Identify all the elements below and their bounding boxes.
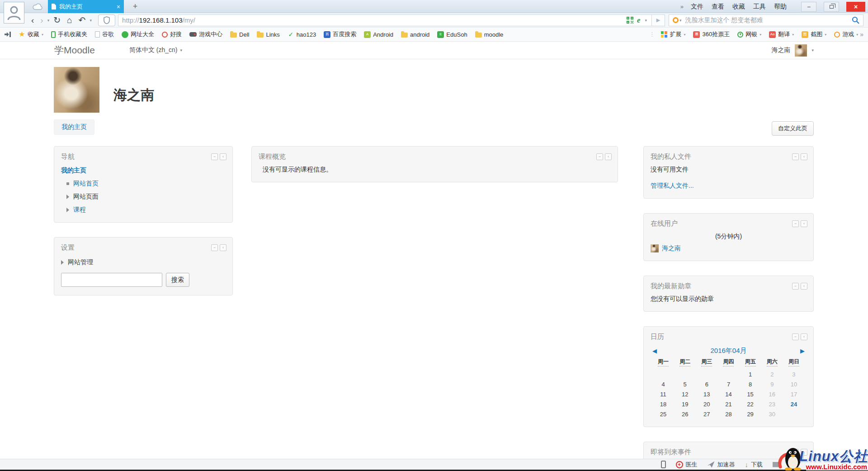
browser-search-box[interactable]: ▾ 洗脸水里加这个 想变老都难: [669, 14, 863, 26]
calendar-day[interactable]: 19: [674, 401, 696, 408]
tab-close-icon[interactable]: ×: [113, 3, 120, 10]
calendar-day[interactable]: 10: [783, 381, 805, 388]
calendar-day[interactable]: 25: [652, 411, 674, 418]
nav-item-label[interactable]: 网站页面: [73, 193, 99, 201]
site-logo[interactable]: 学Moodle: [54, 44, 95, 57]
bookmark-item[interactable]: 网址大全: [122, 30, 154, 38]
calendar-day[interactable]: 23: [761, 401, 783, 408]
calendar-day[interactable]: 17: [783, 391, 805, 398]
calendar-day[interactable]: 11: [652, 391, 674, 398]
menu-item[interactable]: 收藏: [732, 3, 745, 11]
admin-search-input[interactable]: [61, 273, 162, 287]
calendar-day[interactable]: 20: [696, 401, 717, 408]
menu-item[interactable]: 文件: [691, 3, 703, 11]
calendar-day[interactable]: 13: [696, 391, 717, 398]
compat-dropdown-icon[interactable]: ▾: [644, 18, 648, 23]
bookmark-item[interactable]: 百百度搜索: [324, 30, 356, 38]
calendar-day[interactable]: 12: [674, 391, 696, 398]
calendar-day[interactable]: 28: [717, 411, 739, 418]
site-admin-label[interactable]: 网站管理: [68, 258, 93, 266]
expand-icon[interactable]: [61, 260, 64, 265]
bookmark-item[interactable]: moodle: [475, 31, 504, 38]
bookmark-item[interactable]: 扩展▾: [661, 30, 685, 38]
restore-button[interactable]: [824, 2, 839, 12]
calendar-month-link[interactable]: 2016年04月: [666, 347, 791, 355]
compat-mode-icon[interactable]: e: [637, 16, 641, 25]
expand-icon[interactable]: [66, 208, 69, 212]
bookmark-item[interactable]: EEduSoh: [437, 31, 467, 38]
calendar-day[interactable]: 5: [674, 381, 696, 388]
nav-item[interactable]: 我的主页: [61, 167, 226, 175]
bookmark-item[interactable]: android: [401, 31, 429, 38]
dock-block-icon[interactable]: ‹: [801, 333, 807, 340]
language-selector[interactable]: 简体中文 (zh_cn) ▾: [129, 46, 182, 54]
menu-overflow-icon[interactable]: »: [680, 3, 684, 10]
menu-item[interactable]: 工具: [753, 3, 766, 11]
status-item[interactable]: 加速器: [708, 461, 735, 469]
nav-item[interactable]: 网站首页: [61, 180, 226, 188]
browser-tab[interactable]: 我的主页 ×: [48, 0, 124, 13]
bookmark-item[interactable]: 手机收藏夹: [51, 30, 87, 38]
status-item[interactable]: ↓下载: [745, 461, 763, 469]
cloud-sync-button[interactable]: [30, 1, 46, 12]
online-user-link[interactable]: 海之南: [662, 244, 681, 252]
calendar-day[interactable]: 6: [696, 381, 717, 388]
calendar-day[interactable]: 18: [652, 401, 674, 408]
dock-block-icon[interactable]: ‹: [801, 283, 807, 290]
nav-item-label[interactable]: 网站首页: [73, 180, 99, 188]
calendar-day[interactable]: 22: [740, 401, 761, 408]
bookmarks-overflow-icon[interactable]: »: [858, 31, 863, 38]
collapse-block-icon[interactable]: −: [211, 244, 218, 251]
refresh-button[interactable]: ↻: [50, 16, 64, 24]
bookmark-item[interactable]: Links: [257, 31, 279, 38]
calendar-day[interactable]: 3: [783, 371, 805, 378]
search-engine-dropdown-icon[interactable]: ▾: [679, 18, 683, 23]
site-admin-item[interactable]: 网站管理: [61, 258, 226, 266]
collapse-block-icon[interactable]: −: [792, 283, 799, 290]
bookmark-item[interactable]: ¥网银▾: [737, 30, 761, 38]
collapse-block-icon[interactable]: −: [792, 333, 799, 340]
tab-my-home[interactable]: 我的主页: [54, 119, 94, 135]
bookmark-item[interactable]: AAndroid: [364, 31, 393, 38]
admin-search-button[interactable]: 搜索: [166, 273, 189, 287]
calendar-day[interactable]: 1: [740, 371, 761, 378]
close-button[interactable]: ×: [846, 2, 865, 12]
dock-block-icon[interactable]: ‹: [605, 153, 612, 160]
bookmark-item[interactable]: 图截图▾: [802, 30, 826, 38]
new-tab-button[interactable]: +: [129, 1, 141, 12]
status-item[interactable]: +医生: [676, 461, 698, 469]
collapse-block-icon[interactable]: −: [596, 153, 603, 160]
dock-block-icon[interactable]: ‹: [220, 244, 226, 251]
bookmark-item[interactable]: ✓hao123: [288, 31, 316, 38]
calendar-day[interactable]: 15: [740, 391, 761, 398]
bookmark-item[interactable]: 票360抢票王: [693, 30, 730, 38]
calendar-day[interactable]: 2: [761, 371, 783, 378]
calendar-day[interactable]: 29: [740, 411, 761, 418]
nav-item-label[interactable]: 课程: [73, 206, 86, 214]
bookmark-item[interactable]: 谷歌: [95, 30, 114, 38]
browser-account-button[interactable]: [4, 2, 24, 24]
search-engine-icon[interactable]: [673, 17, 679, 23]
bookmark-item[interactable]: [5, 32, 11, 37]
bookmark-item[interactable]: Dell: [230, 31, 249, 38]
home-button[interactable]: ⌂: [64, 16, 75, 24]
forward-button[interactable]: ›: [37, 16, 46, 24]
minimize-button[interactable]: −: [801, 2, 816, 12]
customize-page-button[interactable]: 自定义此页: [772, 121, 814, 136]
calendar-day[interactable]: 30: [761, 411, 783, 418]
status-item[interactable]: [661, 461, 666, 468]
search-icon[interactable]: [852, 16, 859, 24]
nav-item[interactable]: 网站页面: [61, 193, 226, 201]
bookmark-item[interactable]: Aa翻译▾: [769, 30, 794, 38]
calendar-day[interactable]: 27: [696, 411, 717, 418]
calendar-day[interactable]: 8: [740, 381, 761, 388]
calendar-day[interactable]: 21: [717, 401, 739, 408]
nav-item[interactable]: 课程: [61, 206, 226, 214]
back-button[interactable]: ‹: [28, 16, 37, 24]
manage-private-files-link[interactable]: 管理私人文件...: [651, 182, 807, 190]
calendar-day[interactable]: 7: [717, 381, 739, 388]
calendar-day[interactable]: 24: [783, 401, 805, 408]
collapse-block-icon[interactable]: −: [792, 220, 799, 227]
address-bar[interactable]: http://192.168.1.103/my/ e ▾: [118, 14, 651, 26]
menu-item[interactable]: 帮助: [774, 3, 787, 11]
